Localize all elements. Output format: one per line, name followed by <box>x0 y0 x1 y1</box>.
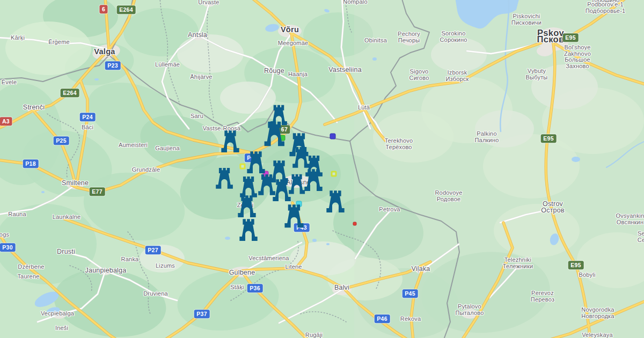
place-label: PerevozПеревоз <box>531 290 554 303</box>
place-label: Podborov'e-1Подборовье-1 <box>586 2 626 14</box>
place-label: SeCe <box>638 231 644 243</box>
place-label: Drusti <box>57 249 75 255</box>
castle-marker[interactable] <box>246 149 266 174</box>
place-label: Viļaka <box>411 266 430 273</box>
route-shield-p45: P45 <box>402 289 418 298</box>
place-label: Ineši <box>55 325 68 332</box>
castle-marker[interactable] <box>237 193 257 218</box>
place-label: VybutyВыбуты <box>526 68 548 80</box>
route-shield-p30: P30 <box>0 243 15 252</box>
place-label: Ēvele <box>2 79 17 86</box>
place-label: RodovoyeРодовое <box>435 190 462 202</box>
place-label: PytalovoПыталово <box>456 304 484 316</box>
place-label: Dzērbene <box>18 264 44 270</box>
place-label: Litene <box>285 264 302 270</box>
castle-marker[interactable] <box>215 166 234 189</box>
place-label: Balvi <box>334 285 349 291</box>
route-shield-p46: P46 <box>375 314 390 323</box>
place-label: Rugāji <box>305 332 323 338</box>
red-square-marker[interactable] <box>353 222 357 226</box>
route-shield-e95: E95 <box>541 134 557 143</box>
route-shield-p36: P36 <box>247 284 263 292</box>
route-shield-e95: E95 <box>568 261 584 269</box>
place-label: OvsyankinОвсянкин <box>616 213 644 225</box>
place-label: TerekhovoТерёхово <box>385 138 413 150</box>
place-label: Smiltene <box>62 180 89 187</box>
place-label: PechoryПечоры <box>398 31 420 43</box>
castle-marker[interactable] <box>272 177 292 202</box>
route-shield-p24: P24 <box>80 113 96 121</box>
castle-marker[interactable] <box>238 217 259 241</box>
place-label: Võru <box>281 27 299 33</box>
map-canvas[interactable]: UrvasteNõmpaloVõruMeegomäeAntslaObinitsa… <box>0 0 644 338</box>
place-label: Antsla <box>188 32 207 39</box>
place-label: Stāķi <box>230 284 244 291</box>
place-label: Vastseliina <box>328 67 362 74</box>
place-label: Saru <box>191 113 203 120</box>
castle-marker[interactable] <box>303 167 324 192</box>
place-label: Vecpiebalga <box>41 311 74 317</box>
place-label: Bobyli <box>579 272 595 278</box>
route-shield-e264: E264 <box>61 89 79 97</box>
place-label: Petrova <box>379 207 400 213</box>
place-label: Druviena <box>143 291 168 297</box>
place-label: Rõuge <box>264 68 284 75</box>
place-label: Meegomäe <box>278 40 309 47</box>
place-label: Lüllemäe <box>155 62 180 68</box>
place-label: PskovПсков <box>537 30 565 42</box>
route-shield-a3: A3 <box>0 117 12 126</box>
route-shield-p23: P23 <box>105 61 121 70</box>
route-shield-p25: P25 <box>54 136 69 145</box>
place-label: Vecstāmeriena <box>248 255 289 262</box>
place-label: TelezhnikiТележники <box>503 257 533 269</box>
place-label: Rekova <box>400 316 421 322</box>
place-label: Haanja <box>288 71 308 78</box>
place-label: Urvaste <box>198 0 219 6</box>
yellow-square-marker[interactable] <box>240 164 246 170</box>
place-label: Valga <box>94 49 115 55</box>
place-label: Jaunpiebalga <box>85 268 127 274</box>
place-label: Gaujiena <box>155 145 180 152</box>
indigo-square-marker[interactable] <box>330 134 336 139</box>
place-label: Nõmpalo <box>343 0 367 5</box>
route-shield-p18: P18 <box>23 159 39 168</box>
place-label: SorokinoСорокино <box>440 31 467 43</box>
place-label: SigovoСигово <box>409 69 429 81</box>
castle-marker[interactable] <box>220 128 240 153</box>
place-label: Launkalne <box>53 214 81 221</box>
castle-marker[interactable] <box>283 202 305 229</box>
place-label: PalkinoПалкино <box>475 131 499 143</box>
route-shield-p27: P27 <box>145 246 161 254</box>
place-label: Strenči <box>23 105 45 111</box>
place-label: Lizums <box>156 263 175 269</box>
place-label: Ranka <box>121 256 139 263</box>
route-shield-e77: E77 <box>90 187 105 196</box>
place-label: NovgorodkaНовгородка <box>581 307 614 319</box>
castle-marker[interactable] <box>263 119 286 147</box>
place-label: Gulbene <box>229 270 255 276</box>
route-shield-p37: P37 <box>194 310 210 318</box>
place-label: Obinitsa <box>364 38 387 44</box>
place-label: Ērģeme <box>48 39 70 46</box>
place-label: Grundzāle <box>132 167 160 173</box>
place-label: Lütä <box>358 105 370 111</box>
place-label: PiskovichiПисковичи <box>511 13 541 26</box>
place-label: OstrovОстров <box>541 201 564 214</box>
place-label: Kārķi <box>11 35 25 41</box>
place-label: Veleyskaya <box>582 332 613 338</box>
place-label: IzborskИзборск <box>445 70 469 82</box>
place-label: Bol'shoyeZakhnovoБольшоеЗахново <box>564 45 591 69</box>
place-label: Rauna <box>8 211 26 218</box>
place-label: Aumeisteri <box>119 142 148 149</box>
yellowgreen-square-marker[interactable] <box>331 171 337 177</box>
castle-marker[interactable] <box>325 188 346 213</box>
place-label: Taurene <box>17 274 39 280</box>
route-shield-6: 6 <box>99 5 107 13</box>
route-shield-e95: E95 <box>563 33 579 42</box>
place-label: ogs <box>0 232 9 238</box>
place-label: Bāci <box>82 124 93 131</box>
route-shield-e264: E264 <box>117 5 136 14</box>
place-label: Ähijärve <box>190 74 212 80</box>
